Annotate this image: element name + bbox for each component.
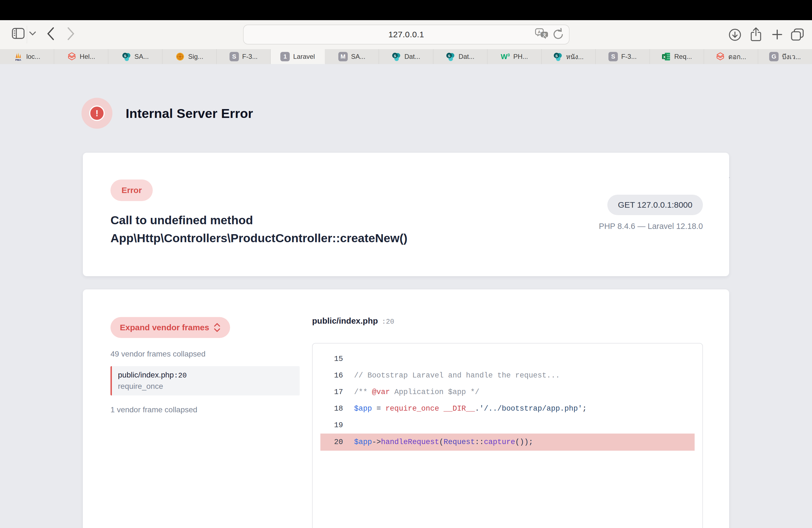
share-icon[interactable]: [750, 27, 762, 42]
svg-text:文: 文: [542, 33, 547, 37]
tab-label: Req...: [674, 53, 692, 60]
svg-text:A: A: [538, 30, 541, 34]
line-number: 16: [313, 371, 343, 380]
back-icon[interactable]: [46, 27, 55, 41]
browser-tab[interactable]: Sหนัง...: [541, 49, 596, 64]
tab-label: F-3...: [242, 53, 258, 60]
browser-tab[interactable]: Hel...: [54, 49, 108, 64]
browser-tab[interactable]: ดอก...: [704, 49, 758, 64]
tab-label: loc...: [26, 53, 40, 60]
error-message-card: Error Call to undefined method App\Http\…: [83, 153, 729, 276]
w3schools-favicon: W3: [501, 52, 510, 61]
browser-tab-active[interactable]: 1Laravel: [271, 49, 325, 64]
svg-text:S: S: [124, 54, 126, 58]
vendor-frames-collapsed-top: 49 vendor frames collapsed: [111, 350, 300, 358]
letter-favicon: S: [230, 52, 239, 61]
browser-tab[interactable]: XReq...: [650, 49, 704, 64]
laravel-favicon: [67, 52, 76, 61]
stack-frame[interactable]: public/index.php:20 require_once: [111, 366, 300, 395]
browser-tab[interactable]: SDat...: [379, 49, 433, 64]
code-header: public/index.php :20: [312, 316, 703, 326]
tab-label: Dat...: [459, 53, 474, 60]
tab-overview-icon[interactable]: [791, 28, 804, 41]
svg-text:S: S: [448, 54, 450, 58]
sharepoint-favicon: S: [392, 52, 401, 61]
code-line: 17/** @var Application $app */: [313, 384, 702, 400]
url-bar[interactable]: 127.0.0.1 A 文: [243, 25, 569, 44]
browser-tab[interactable]: SF-3...: [596, 49, 650, 64]
browser-tab[interactable]: PMAloc...: [0, 49, 54, 64]
macos-menubar: [0, 0, 812, 20]
line-number: 20: [320, 438, 343, 446]
tab-label: SA...: [351, 53, 365, 60]
translate-icon[interactable]: A 文: [535, 28, 549, 41]
orange-globe-favicon: [175, 52, 185, 61]
browser-tab[interactable]: MSA...: [325, 49, 379, 64]
frame-file: public/index.php:20: [118, 371, 300, 380]
tab-label: SA...: [134, 53, 149, 60]
svg-text:S: S: [555, 54, 558, 58]
error-type-badge: Error: [111, 179, 153, 201]
version-info: PHP 8.4.6 — Laravel 12.18.0: [599, 222, 703, 231]
tab-label: Laravel: [293, 53, 315, 60]
code-line: 15: [313, 351, 702, 367]
error-page: ! Internal Server Error Error Call to un…: [0, 64, 812, 528]
tab-bar: PMAloc...Hel...SSA...Sig...SF-3...1Larav…: [0, 49, 812, 64]
tab-label: หนัง...: [566, 52, 584, 62]
expand-vendor-frames-button[interactable]: Expand vendor frames: [111, 317, 230, 338]
code-snippet: 1516// Bootstrap Laravel and handle the …: [312, 343, 703, 528]
vendor-frames-collapsed-bottom: 1 vendor frame collapsed: [111, 406, 300, 414]
code-line: 18$app = require_once __DIR__.'/../boots…: [313, 400, 702, 417]
line-number: 18: [313, 405, 343, 413]
sharepoint-favicon: S: [553, 52, 563, 61]
error-message-line2: App\Http\Controllers\ProductController::…: [111, 229, 407, 247]
sharepoint-favicon: S: [122, 52, 131, 61]
tab-label: ดอก...: [728, 52, 746, 62]
phpmyadmin-favicon: PMA: [14, 52, 23, 61]
error-message: Call to undefined method App\Http\Contro…: [111, 211, 407, 247]
code-line: 19: [313, 417, 702, 434]
code-column: public/index.php :20 1516// Bootstrap La…: [312, 316, 703, 528]
svg-text:X: X: [663, 55, 666, 59]
code-line-reference: :20: [382, 318, 394, 326]
code-text: $app = require_once __DIR__.'/../bootstr…: [343, 405, 587, 413]
browser-tab[interactable]: SF-3...: [217, 49, 271, 64]
line-number: 19: [313, 421, 343, 429]
tab-label: PH...: [513, 53, 528, 60]
svg-text:PMA: PMA: [15, 58, 21, 61]
stack-trace-card: Expand vendor frames 49 vendor frames co…: [83, 289, 729, 528]
code-file-name: public/index.php: [312, 316, 378, 326]
error-alert-icon: !: [82, 98, 112, 129]
tab-label: Dat...: [404, 53, 420, 60]
page-title: Internal Server Error: [126, 106, 253, 121]
expand-vendor-frames-label: Expand vendor frames: [120, 323, 209, 332]
reload-icon[interactable]: [552, 28, 564, 41]
tab-label: F-3...: [621, 53, 637, 60]
laravel-favicon: [715, 52, 725, 61]
downloads-icon[interactable]: [729, 28, 741, 41]
code-text: /** @var Application $app */: [343, 388, 479, 396]
browser-tab[interactable]: W3PH...: [488, 49, 541, 64]
frame-method: require_once: [118, 382, 300, 391]
browser-tab[interactable]: Sig...: [162, 49, 217, 64]
letter-favicon: S: [608, 52, 618, 61]
new-tab-icon[interactable]: [771, 28, 783, 41]
letter-favicon: G: [769, 52, 779, 61]
sharepoint-favicon: S: [446, 52, 455, 61]
browser-tab[interactable]: SDat...: [433, 49, 488, 64]
chevron-down-icon[interactable]: [29, 31, 36, 35]
tab-label: Sig...: [188, 53, 203, 60]
excel-favicon: X: [662, 52, 671, 61]
line-number: 15: [313, 355, 343, 363]
forward-icon[interactable]: [67, 27, 75, 41]
error-message-line1: Call to undefined method: [111, 211, 407, 229]
sidebar-toggle-icon[interactable]: [12, 28, 25, 39]
code-line-highlighted: 20$app->handleRequest(Request::capture()…: [320, 434, 695, 451]
browser-tab[interactable]: Gบึงเว...: [758, 49, 812, 64]
letter-favicon: M: [338, 52, 348, 61]
letter-favicon: 1: [280, 52, 290, 61]
line-number: 17: [313, 388, 343, 396]
tab-label: Hel...: [80, 53, 95, 60]
browser-tab[interactable]: SSA...: [108, 49, 162, 64]
svg-text:S: S: [394, 54, 396, 58]
